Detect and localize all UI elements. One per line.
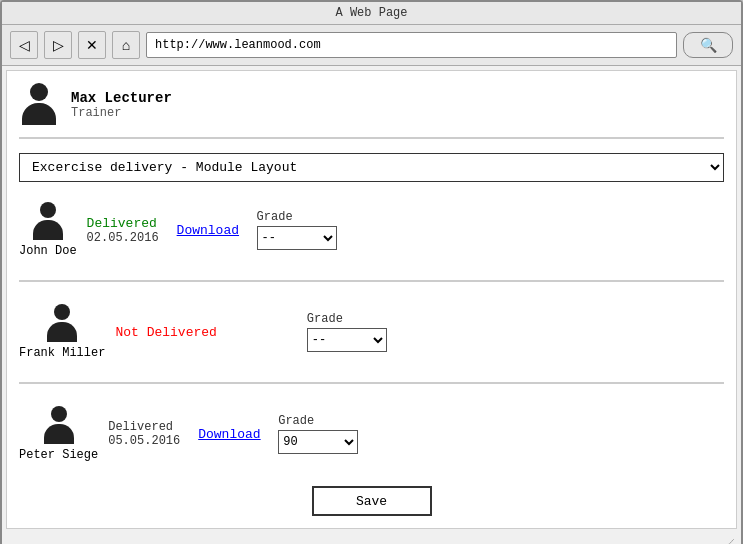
download-link-peter[interactable]: Download [198,427,268,442]
student-avatar-frank [44,304,80,344]
date-john: 02.05.2016 [87,231,159,245]
toolbar: ◁ ▷ ✕ ⌂ 🔍 [2,25,741,66]
address-bar[interactable] [146,32,677,58]
bottom-resize: ⟋ [2,533,741,544]
status-john: Delivered [87,216,157,231]
download-link-john[interactable]: Download [177,223,247,238]
avatar [19,83,59,127]
avatar-head [30,83,48,101]
user-role: Trainer [71,106,172,120]
grade-col-frank: Grade -- 50 60 70 80 90 100 [307,312,387,352]
save-button[interactable]: Save [312,486,432,516]
student-row: John Doe Delivered 02.05.2016 Download G… [19,198,724,262]
status-frank: Not Delivered [115,325,216,340]
grade-select-frank[interactable]: -- 50 60 70 80 90 100 [307,328,387,352]
title-bar: A Web Page [2,2,741,25]
grade-col-john: Grade -- 50 60 70 80 90 100 [257,210,337,250]
grade-col-peter: Grade -- 50 60 70 80 90 100 [278,414,358,454]
home-button[interactable]: ⌂ [112,31,140,59]
grade-select-john[interactable]: -- 50 60 70 80 90 100 [257,226,337,250]
grade-select-peter[interactable]: -- 50 60 70 80 90 100 [278,430,358,454]
student-name-peter: Peter Siege [19,448,98,462]
student-avatar-peter [41,406,77,446]
student-status-col-peter: Delivered 05.05.2016 [108,420,188,448]
student-status-col-john: Delivered 02.05.2016 [87,216,167,245]
student-row-peter: Peter Siege Delivered 05.05.2016 Downloa… [19,402,724,466]
user-info: Max Lecturer Trainer [71,90,172,120]
forward-button[interactable]: ▷ [44,31,72,59]
student-status-col-frank: Not Delivered [115,325,216,340]
resize-icon: ⟋ [725,535,737,544]
students-list: John Doe Delivered 02.05.2016 Download G… [19,198,724,466]
search-button[interactable]: 🔍 [683,32,733,58]
student-avatar-john [30,202,66,242]
student-name-frank: Frank Miller [19,346,105,360]
browser-window: A Web Page ◁ ▷ ✕ ⌂ 🔍 Max Lecturer Train [0,0,743,544]
grade-label-peter: Grade [278,414,314,428]
back-icon: ◁ [19,37,30,53]
module-select-row: Excercise delivery - Module Layout [19,153,724,182]
close-icon: ✕ [86,37,98,53]
student-row-frank: Frank Miller Not Delivered Grade -- 50 6… [19,300,724,364]
user-header: Max Lecturer Trainer [19,83,724,139]
grade-label-john: Grade [257,210,293,224]
search-icon: 🔍 [700,37,717,54]
divider-1 [19,280,724,282]
avatar-body [22,103,56,125]
back-button[interactable]: ◁ [10,31,38,59]
status-peter: Delivered [108,420,173,434]
divider-2 [19,382,724,384]
page-content: Max Lecturer Trainer Excercise delivery … [6,70,737,529]
module-select[interactable]: Excercise delivery - Module Layout [19,153,724,182]
grade-label-frank: Grade [307,312,343,326]
student-name-john: John Doe [19,244,77,258]
user-name: Max Lecturer [71,90,172,106]
page-title: A Web Page [335,6,407,20]
home-icon: ⌂ [122,37,130,53]
save-row: Save [19,486,724,516]
forward-icon: ▷ [53,37,64,53]
date-peter: 05.05.2016 [108,434,180,448]
close-button[interactable]: ✕ [78,31,106,59]
